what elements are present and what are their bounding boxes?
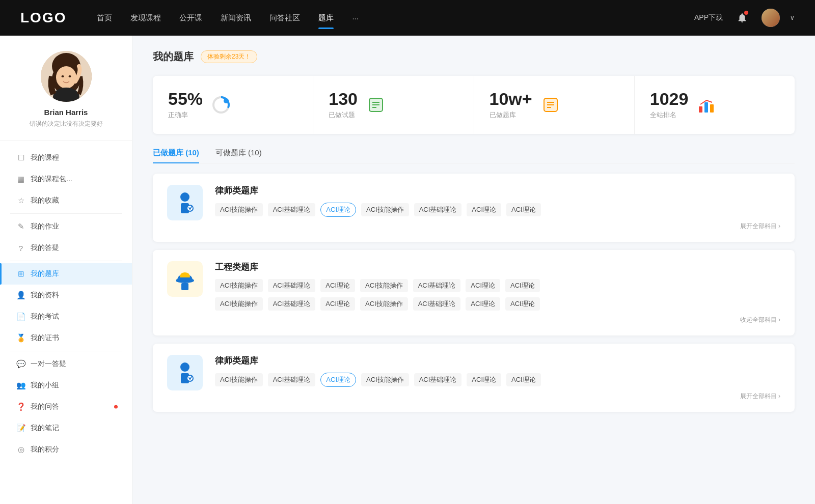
bank-card-engineer: 工程类题库 ACI技能操作 ACI基础理论 ACI理论 ACI技能操作 ACI基… xyxy=(153,250,795,335)
nav-discover[interactable]: 发现课程 xyxy=(130,11,161,25)
tag-eng-0[interactable]: ACI技能操作 xyxy=(215,279,263,292)
svg-point-7 xyxy=(68,75,71,77)
tag-lawyer-1-6[interactable]: ACI理论 xyxy=(506,203,541,216)
stat-rank-label: 全站排名 xyxy=(650,110,689,120)
tag-lawyer-1-2[interactable]: ACI理论 xyxy=(320,203,356,217)
tag-lawyer2-1[interactable]: ACI基础理论 xyxy=(268,373,316,386)
tag-eng-r2-5[interactable]: ACI理论 xyxy=(466,297,500,311)
nav-home[interactable]: 首页 xyxy=(97,11,112,25)
tag-eng-4[interactable]: ACI基础理论 xyxy=(413,279,461,292)
tag-lawyer-1-1[interactable]: ACI基础理论 xyxy=(268,203,316,216)
tag-lawyer-1-5[interactable]: ACI理论 xyxy=(467,203,501,216)
bank-card-title-lawyer-1: 律师类题库 xyxy=(215,185,780,197)
page-title-row: 我的题库 体验剩余23天！ xyxy=(153,50,795,64)
svg-point-6 xyxy=(61,75,64,77)
stat-done-banks-number: 10w+ xyxy=(490,90,532,107)
question-icon: ? xyxy=(16,243,25,253)
tag-eng-3[interactable]: ACI技能操作 xyxy=(360,279,408,292)
tag-lawyer-1-4[interactable]: ACI基础理论 xyxy=(414,203,462,216)
sidebar-nav: ☐ 我的课程 ▦ 我的课程包... ☆ 我的收藏 ✎ 我的作业 ? 我的答疑 xyxy=(0,141,132,466)
tab-available-banks[interactable]: 可做题库 (10) xyxy=(215,148,262,163)
bank-icon-lawyer-1 xyxy=(167,185,203,220)
sidebar-item-favorites[interactable]: ☆ 我的收藏 xyxy=(0,190,132,211)
tag-lawyer2-4[interactable]: ACI基础理论 xyxy=(414,373,462,386)
expand-link-lawyer-1[interactable]: 展开全部科目 › xyxy=(215,222,780,231)
avatar[interactable] xyxy=(762,9,780,27)
accuracy-chart-icon xyxy=(211,95,231,115)
nav-more[interactable]: ··· xyxy=(352,12,359,24)
tag-lawyer-1-3[interactable]: ACI技能操作 xyxy=(361,203,409,216)
stat-rank-number: 1029 xyxy=(650,90,689,107)
chart-icon: ▦ xyxy=(16,175,25,184)
logo[interactable]: LOGO xyxy=(20,10,66,26)
tag-eng-r2-1[interactable]: ACI基础理论 xyxy=(268,297,316,311)
sidebar-item-one-on-one[interactable]: 💬 一对一答疑 xyxy=(0,353,132,375)
tabs-row: 已做题库 (10) 可做题库 (10) xyxy=(153,148,795,163)
bank-card-body-lawyer-2: 律师类题库 ACI技能操作 ACI基础理论 ACI理论 ACI技能操作 ACI基… xyxy=(215,355,780,401)
trial-badge: 体验剩余23天！ xyxy=(201,50,257,63)
svg-point-24 xyxy=(180,192,189,202)
tag-lawyer-1-0[interactable]: ACI技能操作 xyxy=(215,203,263,216)
app-download-link[interactable]: APP下载 xyxy=(694,13,723,22)
tag-lawyer2-3[interactable]: ACI技能操作 xyxy=(361,373,409,386)
sidebar-profile: Brian Harris 错误的决定比没有决定要好 xyxy=(0,51,132,141)
avatar-dropdown-icon[interactable]: ∨ xyxy=(790,14,795,21)
profile-name: Brian Harris xyxy=(44,108,88,117)
sidebar-item-group[interactable]: 👥 我的小组 xyxy=(0,375,132,396)
svg-rect-29 xyxy=(177,279,193,282)
nav-qa[interactable]: 问答社区 xyxy=(269,11,300,25)
collapse-link-engineer[interactable]: 收起全部科目 › xyxy=(215,316,780,324)
tag-eng-r2-3[interactable]: ACI技能操作 xyxy=(360,297,408,311)
navbar: LOGO 首页 发现课程 公开课 新闻资讯 问答社区 题库 ··· APP下载 … xyxy=(0,0,815,36)
chat-icon: 💬 xyxy=(16,359,25,369)
tag-eng-1[interactable]: ACI基础理论 xyxy=(268,279,316,292)
tag-eng-2[interactable]: ACI理论 xyxy=(320,279,355,292)
nav-news[interactable]: 新闻资讯 xyxy=(221,11,251,25)
nav-open-course[interactable]: 公开课 xyxy=(179,11,202,25)
sidebar: Brian Harris 错误的决定比没有决定要好 ☐ 我的课程 ▦ 我的课程包… xyxy=(0,36,132,504)
svg-point-31 xyxy=(180,362,189,372)
user-icon: 👤 xyxy=(16,291,25,300)
tag-eng-r2-0[interactable]: ACI技能操作 xyxy=(215,297,263,311)
lawyer-icon-2 xyxy=(172,360,198,385)
notification-bell[interactable] xyxy=(733,9,751,27)
file-icon: ☐ xyxy=(16,153,25,162)
sidebar-item-homework[interactable]: ✎ 我的作业 xyxy=(0,216,132,237)
sidebar-item-questions[interactable]: ? 我的答疑 xyxy=(0,237,132,259)
expand-link-lawyer-2[interactable]: 展开全部科目 › xyxy=(215,392,780,401)
tag-eng-5[interactable]: ACI理论 xyxy=(466,279,500,292)
tag-eng-r2-6[interactable]: ACI理论 xyxy=(505,297,540,311)
tag-lawyer2-2[interactable]: ACI理论 xyxy=(320,373,356,387)
bank-card-body-engineer: 工程类题库 ACI技能操作 ACI基础理论 ACI理论 ACI技能操作 ACI基… xyxy=(215,261,780,324)
sidebar-item-points[interactable]: ◎ 我的积分 xyxy=(0,439,132,460)
tag-lawyer2-6[interactable]: ACI理论 xyxy=(506,373,541,386)
sidebar-item-exam[interactable]: 📄 我的考试 xyxy=(0,306,132,327)
svg-rect-22 xyxy=(704,102,708,113)
sidebar-item-course-package[interactable]: ▦ 我的课程包... xyxy=(0,169,132,190)
tab-done-banks[interactable]: 已做题库 (10) xyxy=(153,148,199,163)
stat-done-questions-number: 130 xyxy=(329,90,358,107)
sidebar-item-my-qa[interactable]: ❓ 我的问答 xyxy=(0,396,132,417)
qa-icon: ❓ xyxy=(16,402,25,411)
sidebar-item-courses[interactable]: ☐ 我的课程 xyxy=(0,147,132,169)
main-content: 我的题库 体验剩余23天！ 55% 正确率 xyxy=(132,36,815,504)
sidebar-item-cert[interactable]: 🏅 我的证书 xyxy=(0,327,132,349)
tag-eng-r2-4[interactable]: ACI基础理论 xyxy=(413,297,461,311)
stat-done-questions-label: 已做试题 xyxy=(329,110,358,120)
nav-bank[interactable]: 题库 xyxy=(318,11,334,25)
sidebar-item-notes[interactable]: 📝 我的笔记 xyxy=(0,417,132,439)
tag-lawyer2-0[interactable]: ACI技能操作 xyxy=(215,373,263,386)
bank-card-tags-lawyer-2: ACI技能操作 ACI基础理论 ACI理论 ACI技能操作 ACI基础理论 AC… xyxy=(215,373,780,387)
avatar-image xyxy=(41,51,92,102)
tag-eng-r2-2[interactable]: ACI理论 xyxy=(320,297,355,311)
nav-menu: 首页 发现课程 公开课 新闻资讯 问答社区 题库 ··· xyxy=(97,11,694,25)
divider-1 xyxy=(10,213,122,214)
bank-card-tags-engineer-row1: ACI技能操作 ACI基础理论 ACI理论 ACI技能操作 ACI基础理论 AC… xyxy=(215,279,780,292)
sidebar-item-bank[interactable]: ⊞ 我的题库 xyxy=(0,263,132,285)
svg-point-3 xyxy=(56,66,76,89)
tag-lawyer2-5[interactable]: ACI理论 xyxy=(467,373,501,386)
tag-eng-6[interactable]: ACI理论 xyxy=(505,279,540,292)
bank-icon-lawyer-2 xyxy=(167,355,203,390)
bank-card-lawyer-1: 律师类题库 ACI技能操作 ACI基础理论 ACI理论 ACI技能操作 ACI基… xyxy=(153,174,795,242)
sidebar-item-profile[interactable]: 👤 我的资料 xyxy=(0,285,132,306)
